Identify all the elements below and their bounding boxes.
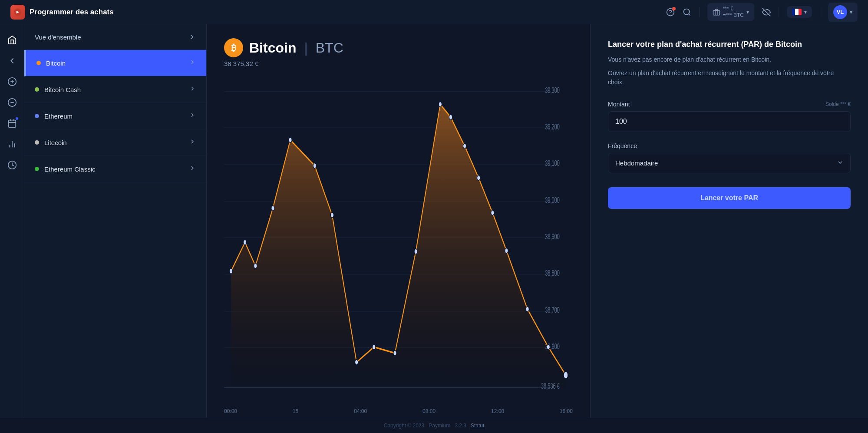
svg-text:38,800: 38,800 — [545, 268, 560, 278]
svg-point-45 — [355, 360, 358, 365]
asset-panel-header[interactable]: Vue d'ensemble — [24, 24, 206, 50]
sidebar-item-minus[interactable] — [3, 94, 21, 111]
montant-group: Montant Solde *** € — [608, 101, 851, 132]
asset-item-bitcoin-cash-left: Bitcoin Cash — [35, 86, 81, 93]
montant-label: Montant — [608, 101, 630, 108]
wallet-balance: *** € =*** BTC — [723, 6, 744, 18]
svg-text:38,900: 38,900 — [545, 232, 560, 241]
svg-point-41 — [271, 205, 274, 211]
wallet-selector[interactable]: *** € =*** BTC ▾ — [707, 3, 754, 21]
montant-label-row: Montant Solde *** € — [608, 101, 851, 108]
language-selector[interactable]: ▾ — [787, 6, 812, 18]
svg-point-49 — [439, 102, 442, 107]
content-area: Vue d'ensemble Bitcoin — [24, 24, 868, 418]
asset-panel: Vue d'ensemble Bitcoin — [24, 24, 207, 418]
asset-name-ethereum: Ethereum — [44, 112, 73, 120]
app-logo: Programmer des achats — [10, 5, 666, 20]
asset-dot-ethereum — [35, 114, 39, 118]
svg-text:39,100: 39,100 — [545, 158, 560, 167]
asset-chevron-litecoin — [189, 138, 196, 147]
hide-balance-button[interactable] — [762, 8, 771, 17]
asset-item-ethereum-classic[interactable]: Ethereum Classic — [24, 156, 206, 182]
frequence-select[interactable]: Quotidien Hebdomadaire Mensuel — [608, 153, 851, 173]
footer: Copyright © 2023 Paymium 3.2.3 Statut — [0, 418, 868, 433]
asset-chevron-ethereum — [189, 112, 196, 120]
frequence-group: Fréquence Quotidien Hebdomadaire Mensuel — [608, 142, 851, 173]
asset-chevron-bitcoin — [189, 59, 196, 67]
svg-point-48 — [414, 249, 417, 254]
chart-price: 38 375,32 € — [224, 60, 573, 67]
topnav-actions: *** € =*** BTC ▾ ▾ VL ▾ — [666, 3, 858, 22]
logo-icon — [10, 5, 25, 20]
footer-version: 3.2.3 — [455, 423, 466, 429]
svg-point-39 — [244, 240, 247, 245]
par-panel: Lancer votre plan d'achat récurrent (PAR… — [590, 24, 868, 418]
xaxis-label-1: 15 — [293, 408, 298, 414]
svg-text:39,200: 39,200 — [545, 122, 560, 131]
asset-item-litecoin[interactable]: Litecoin — [24, 129, 206, 156]
par-description-2: Ouvrez un plan d'achat récurrent en rens… — [608, 69, 851, 87]
par-submit-button[interactable]: Lancer votre PAR — [608, 187, 851, 209]
flag-icon — [792, 9, 802, 15]
main-wrapper: Vue d'ensemble Bitcoin — [0, 24, 868, 418]
chart-coin-name: Bitcoin — [249, 40, 296, 56]
sidebar — [0, 24, 24, 418]
nav-divider-2 — [779, 7, 779, 17]
coin-icon: ₿ — [224, 38, 243, 57]
balance-label: Solde *** € — [825, 101, 851, 107]
chart-svg: 39,300 39,200 39,100 39,000 38,900 38,80… — [224, 78, 573, 404]
nav-divider-3 — [820, 7, 820, 17]
asset-name-litecoin: Litecoin — [44, 139, 67, 146]
svg-point-54 — [505, 248, 508, 253]
svg-point-40 — [254, 263, 257, 268]
asset-dot-bitcoin-cash — [35, 87, 39, 92]
footer-company: Paymium — [429, 423, 450, 429]
svg-point-52 — [477, 175, 480, 180]
chart-ticker: BTC — [316, 40, 343, 56]
svg-point-3 — [683, 9, 689, 14]
asset-item-bitcoin-left: Bitcoin — [36, 59, 66, 67]
asset-item-ethereum[interactable]: Ethereum — [24, 103, 206, 129]
help-button[interactable] — [666, 8, 675, 17]
footer-status-link[interactable]: Statut — [471, 423, 484, 429]
svg-text:38,700: 38,700 — [545, 305, 560, 314]
par-description-1: Vous n'avez pas encore de plan d'achat r… — [608, 55, 851, 64]
sidebar-item-history[interactable] — [3, 156, 21, 174]
sidebar-item-home[interactable] — [3, 31, 21, 49]
asset-item-ethereum-left: Ethereum — [35, 112, 73, 120]
frequence-label-row: Fréquence — [608, 142, 851, 149]
asset-chevron-bitcoin-cash — [189, 85, 196, 94]
chart-panel: ₿ Bitcoin | BTC 38 375,32 € 39, — [207, 24, 590, 418]
user-chevron-icon: ▾ — [850, 9, 852, 15]
asset-name-bitcoin: Bitcoin — [46, 59, 66, 67]
xaxis-label-5: 16:00 — [560, 408, 573, 414]
asset-name-ethereum-classic: Ethereum Classic — [44, 165, 96, 173]
svg-point-47 — [393, 350, 396, 356]
asset-name-bitcoin-cash: Bitcoin Cash — [44, 86, 81, 93]
asset-dot-bitcoin — [36, 61, 41, 65]
asset-item-bitcoin[interactable]: Bitcoin — [24, 50, 206, 76]
xaxis-label-4: 12:00 — [491, 408, 504, 414]
search-button[interactable] — [683, 8, 691, 17]
chart-area: 39,300 39,200 39,100 39,000 38,900 38,80… — [224, 78, 573, 404]
sidebar-item-back[interactable] — [3, 52, 21, 69]
user-menu[interactable]: VL ▾ — [828, 3, 858, 22]
svg-point-44 — [330, 212, 333, 218]
wallet-chevron-icon: ▾ — [746, 9, 749, 15]
sidebar-item-calendar[interactable] — [3, 115, 21, 132]
app-title: Programmer des achats — [30, 8, 114, 17]
svg-point-51 — [463, 143, 466, 149]
chart-xaxis: 00:00 15 04:00 08:00 12:00 16:00 — [224, 406, 573, 414]
sidebar-item-chart[interactable] — [3, 136, 21, 153]
notification-dot — [672, 7, 676, 10]
footer-copyright: Copyright © 2023 — [384, 423, 425, 429]
xaxis-label-3: 08:00 — [422, 408, 436, 414]
asset-item-ethereum-classic-left: Ethereum Classic — [35, 165, 96, 173]
asset-chevron-ethereum-classic — [189, 165, 196, 173]
user-avatar: VL — [833, 5, 847, 19]
asset-item-bitcoin-cash[interactable]: Bitcoin Cash — [24, 76, 206, 103]
svg-text:39,300: 39,300 — [545, 86, 560, 95]
sidebar-item-add[interactable] — [3, 73, 21, 90]
frequence-label: Fréquence — [608, 142, 637, 149]
montant-input[interactable] — [608, 111, 851, 132]
